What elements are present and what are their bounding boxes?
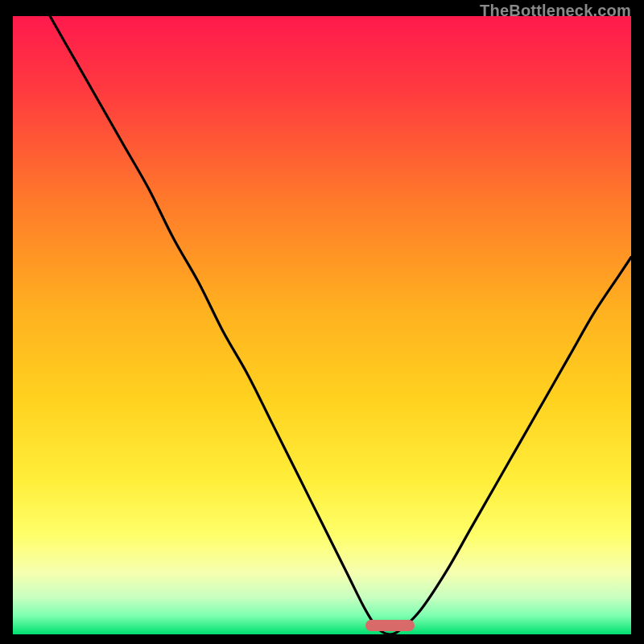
watermark-text: TheBottleneck.com <box>480 2 631 20</box>
optimal-range-marker <box>365 620 415 631</box>
gradient-background <box>13 16 631 634</box>
bottleneck-plot <box>13 16 631 634</box>
chart-frame <box>13 16 631 634</box>
